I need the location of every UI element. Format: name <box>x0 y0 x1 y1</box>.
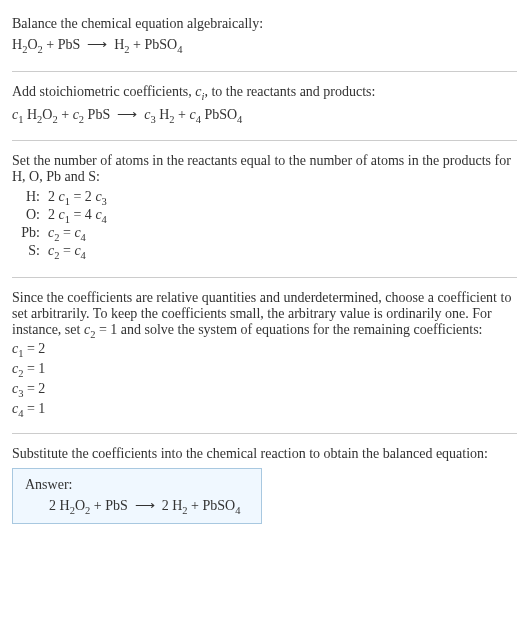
answer-label: Answer: <box>25 477 249 493</box>
atom-equations-title: Set the number of atoms in the reactants… <box>12 153 517 185</box>
divider <box>12 140 517 141</box>
section-atom-equations: Set the number of atoms in the reactants… <box>12 145 517 272</box>
atom-equation: c2 = c4 <box>48 243 86 261</box>
coefficients-title: Add stoichiometric coefficients, ci, to … <box>12 84 517 102</box>
unbalanced-equation: H2O2 + PbS ⟶ H2 + PbSO4 <box>12 36 517 55</box>
answer-box: Answer: 2 H2O2 + PbS ⟶ 2 H2 + PbSO4 <box>12 468 262 525</box>
coef-c1: c1 = 2 <box>12 341 517 359</box>
atom-label: O: <box>20 207 48 223</box>
divider <box>12 71 517 72</box>
section-coefficients: Add stoichiometric coefficients, ci, to … <box>12 76 517 137</box>
atom-row-h: H: 2 c1 = 2 c3 <box>20 189 517 207</box>
atom-equation: 2 c1 = 4 c4 <box>48 207 107 225</box>
coef-c3: c3 = 2 <box>12 381 517 399</box>
section-balance-intro: Balance the chemical equation algebraica… <box>12 8 517 67</box>
atom-equation: c2 = c4 <box>48 225 86 243</box>
solve-title: Since the coefficients are relative quan… <box>12 290 517 340</box>
atom-equation: 2 c1 = 2 c3 <box>48 189 107 207</box>
section-solve: Since the coefficients are relative quan… <box>12 282 517 429</box>
atom-row-s: S: c2 = c4 <box>20 243 517 261</box>
atom-label: H: <box>20 189 48 205</box>
section-answer: Substitute the coefficients into the che… <box>12 438 517 539</box>
coefficients-equation: c1 H2O2 + c2 PbS ⟶ c3 H2 + c4 PbSO4 <box>12 106 517 125</box>
divider <box>12 433 517 434</box>
intro-title: Balance the chemical equation algebraica… <box>12 16 517 32</box>
atom-label: S: <box>20 243 48 259</box>
coef-c4: c4 = 1 <box>12 401 517 419</box>
atom-label: Pb: <box>20 225 48 241</box>
atom-equations-table: H: 2 c1 = 2 c3 O: 2 c1 = 4 c4 Pb: c2 = c… <box>20 189 517 260</box>
substitute-title: Substitute the coefficients into the che… <box>12 446 517 462</box>
atom-row-pb: Pb: c2 = c4 <box>20 225 517 243</box>
coef-c2: c2 = 1 <box>12 361 517 379</box>
atom-row-o: O: 2 c1 = 4 c4 <box>20 207 517 225</box>
divider <box>12 277 517 278</box>
balanced-equation: 2 H2O2 + PbS ⟶ 2 H2 + PbSO4 <box>25 497 249 516</box>
